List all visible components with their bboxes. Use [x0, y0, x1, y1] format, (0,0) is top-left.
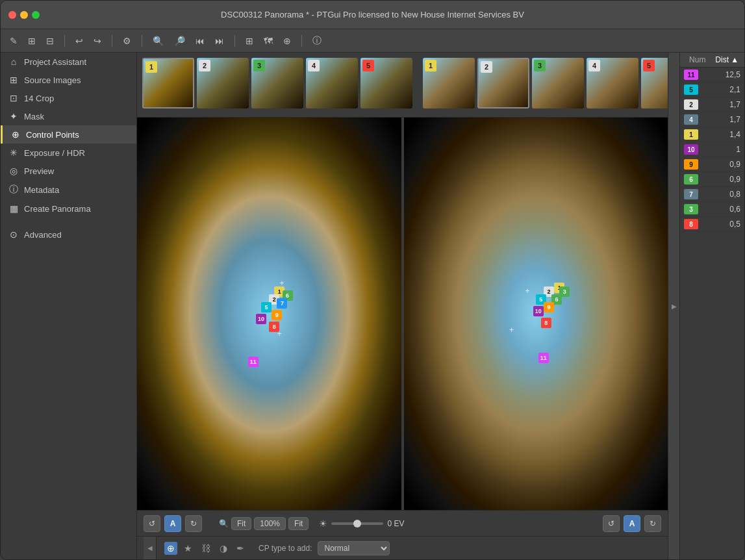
separator-2	[112, 35, 112, 47]
cp-right-9[interactable]: 9	[544, 302, 554, 312]
star-tool[interactable]: ★	[181, 542, 195, 555]
rp-row-1[interactable]: 1 1,4	[680, 127, 744, 142]
thumb-num-5: 5	[362, 60, 374, 71]
sidebar-label-metadata: Metadata	[24, 185, 59, 195]
image-panel-right[interactable]: 1 2 3 5 6 9 10 8 11 + +	[401, 118, 668, 510]
link-tool[interactable]: ⛓	[199, 542, 213, 555]
map-icon[interactable]: 🗺	[261, 34, 275, 47]
sidebar-item-metadata[interactable]: ⓘ Metadata	[1, 180, 136, 199]
col-dist[interactable]: Dist ▲	[715, 55, 740, 64]
auto-button-right[interactable]: A	[624, 515, 640, 532]
controlpoints-icon: ⊕	[10, 129, 21, 140]
rp-row-10[interactable]: 10 1	[680, 142, 744, 157]
cp-right-10[interactable]: 10	[533, 306, 544, 316]
image-panel-left[interactable]: 1 2 6 5 7 9 10 8 11 + +	[137, 118, 401, 510]
col-num[interactable]: Num	[685, 55, 710, 64]
cp-left-11[interactable]: 11	[248, 357, 259, 367]
zoom-percent-left: 100%	[254, 517, 286, 530]
settings-icon[interactable]: ⚙	[120, 34, 134, 47]
rp-row-3[interactable]: 3 0,6	[680, 202, 744, 217]
rotate-left-button[interactable]: ↺	[144, 515, 160, 532]
rp-row-9[interactable]: 9 0,9	[680, 157, 744, 172]
maximize-button[interactable]	[32, 11, 40, 19]
lasso-tool[interactable]: ⊕	[164, 542, 177, 555]
sidebar-item-control-points[interactable]: ⊕ Control Points	[1, 125, 136, 144]
cp-cross-right-2: +	[509, 325, 514, 335]
cp-left-9[interactable]: 9	[271, 310, 282, 320]
rotate-right-button-r[interactable]: ↻	[644, 515, 661, 532]
grid-icon[interactable]: ⊟	[44, 34, 57, 47]
filmstrip-right-thumb-5[interactable]: 5	[641, 58, 668, 108]
crop-icon: ⊡	[8, 93, 19, 103]
undo-icon[interactable]: ↩	[73, 34, 86, 47]
bottom-toolbar: ↺ A ↻ 🔍 Fit 100% Fit ☀ 0 EV ↺	[137, 510, 668, 536]
sidebar-item-exposure[interactable]: ✳ Exposure / HDR	[1, 144, 136, 162]
layout-icon[interactable]: ⊞	[243, 34, 256, 47]
redo-icon[interactable]: ↪	[91, 34, 104, 47]
ev-slider-left[interactable]	[331, 522, 383, 525]
minimize-button[interactable]	[20, 11, 28, 19]
rp-dist-6: 0,9	[702, 175, 740, 184]
cp-right-11[interactable]: 11	[538, 353, 549, 363]
filmstrip-left-thumb-5[interactable]: 5	[360, 58, 412, 108]
ev-slider-knob-left	[353, 520, 361, 528]
cp-type-row: CP type to add: Normal Horizontal line V…	[259, 541, 390, 555]
window-title: DSC00312 Panorama * - PTGui Pro licensed…	[221, 10, 524, 19]
close-button[interactable]	[8, 11, 16, 19]
right-expand-button[interactable]: ▶	[668, 53, 679, 559]
cp-left-7[interactable]: 7	[277, 298, 287, 309]
sidebar-label-exposure: Exposure / HDR	[24, 148, 85, 158]
fit-button-left[interactable]: Fit	[231, 517, 251, 530]
filmstrip-right-thumb-3[interactable]: 3	[532, 58, 584, 108]
filmstrip-left-thumb-2[interactable]: 2	[197, 58, 249, 108]
filmstrip-left-thumb-4[interactable]: 4	[306, 58, 358, 108]
cp-left-10[interactable]: 10	[256, 314, 266, 324]
images-icon[interactable]: ⊞	[25, 34, 38, 47]
thumb-num-3: 3	[253, 60, 265, 71]
rp-row-7[interactable]: 7 0,8	[680, 187, 744, 202]
sidebar-item-project-assistant[interactable]: ⌂ Project Assistant	[1, 53, 136, 71]
edit-icon[interactable]: ✎	[7, 34, 20, 47]
contrast-tool[interactable]: ◑	[217, 542, 230, 555]
separator-4	[234, 35, 235, 47]
images-icon: ⊞	[8, 75, 19, 85]
cp-right-8[interactable]: 8	[541, 318, 551, 328]
rotate-right-button[interactable]: ↻	[185, 515, 202, 532]
cp-left-8[interactable]: 8	[269, 322, 279, 332]
sidebar-item-create-panorama[interactable]: ▦ Create Panorama	[1, 199, 136, 218]
rp-badge-2: 2	[684, 99, 698, 110]
rotate-left-button-r[interactable]: ↺	[603, 515, 620, 532]
crosshair-icon[interactable]: ⊕	[281, 34, 294, 47]
sidebar-label-crop: 14 Crop	[24, 94, 54, 103]
filmstrip-right-thumb-4[interactable]: 4	[587, 58, 638, 108]
sidebar-label-create-panorama: Create Panorama	[24, 204, 91, 214]
rp-row-6[interactable]: 6 0,9	[680, 172, 744, 187]
info-icon[interactable]: ⓘ	[310, 34, 324, 48]
cp-left-5[interactable]: 5	[261, 302, 271, 312]
rp-row-11[interactable]: 11 12,5	[680, 68, 744, 83]
rp-row-2[interactable]: 2 1,7	[680, 97, 744, 112]
next-icon[interactable]: ⏭	[212, 34, 227, 47]
sidebar-item-preview[interactable]: ◎ Preview	[1, 162, 136, 180]
cp-type-select[interactable]: Normal Horizontal line Vertical line	[318, 541, 390, 555]
auto-button-left[interactable]: A	[164, 515, 181, 532]
rp-row-4[interactable]: 4 1,7	[680, 112, 744, 127]
filmstrip-right-thumb-1[interactable]: 1	[423, 58, 475, 108]
dropper-tool[interactable]: ✒	[234, 542, 247, 555]
zoom-out-icon[interactable]: 🔍	[150, 34, 166, 47]
bottom-tools: ◀ ⊕ ★ ⛓ ◑ ✒ CP type to add: Normal Horiz…	[137, 536, 668, 559]
filmstrip-right-thumb-2[interactable]: 2	[477, 58, 529, 108]
sidebar-item-advanced[interactable]: ⊙ Advanced	[1, 225, 136, 244]
sidebar-item-source-images[interactable]: ⊞ Source Images	[1, 71, 136, 89]
fit-button-left2[interactable]: Fit	[288, 517, 309, 530]
collapse-sidebar-button[interactable]: ◀	[144, 537, 157, 560]
sidebar-item-crop[interactable]: ⊡ 14 Crop	[1, 89, 136, 107]
filmstrip-left-thumb-3[interactable]: 3	[251, 58, 303, 108]
zoom-in-icon[interactable]: 🔎	[171, 34, 188, 47]
images-area: 1 2 6 5 7 9 10 8 11 + + 1 2	[137, 118, 668, 510]
sidebar-item-mask[interactable]: ✦ Mask	[1, 107, 136, 125]
prev-icon[interactable]: ⏮	[193, 34, 207, 47]
filmstrip-left-thumb-1[interactable]: 1	[142, 58, 194, 108]
rp-row-8[interactable]: 8 0,5	[680, 217, 744, 232]
rp-row-5[interactable]: 5 2,1	[680, 83, 744, 97]
